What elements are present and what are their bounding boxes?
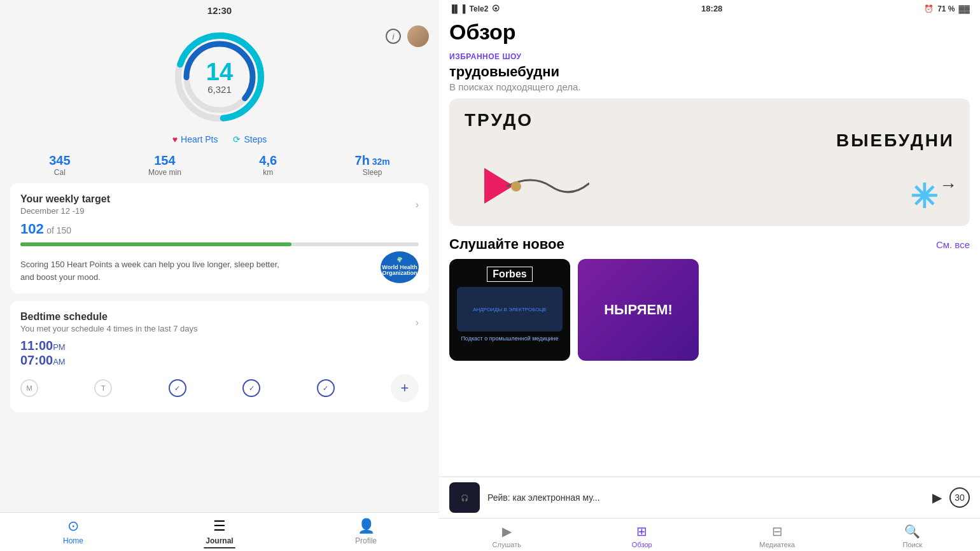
right-content: Обзор ИЗБРАННОЕ ШОУ трудовыебудни В поис…: [439, 17, 980, 477]
bedtime-card: Bedtime schedule You met your schedule 4…: [10, 301, 429, 412]
progress-bar-fill: [20, 242, 291, 246]
day-wednesday: ✓: [169, 379, 186, 397]
arrow-icon: →: [939, 175, 957, 195]
featured-section: ИЗБРАННОЕ ШОУ трудовыебудни В поисках по…: [449, 52, 970, 226]
target-current: 102: [20, 221, 44, 237]
nav-overview-label: Обзор: [632, 541, 652, 548]
heart-icon: ♥: [172, 134, 178, 144]
status-left: ▐▌▐ Tele2 ⦿: [449, 4, 500, 13]
left-panel: 12:30 i 14 6,321: [0, 0, 439, 551]
nav-journal-label: Journal: [206, 536, 233, 545]
bottom-nav-left: ⊙ Home ☰ Journal 👤 Profile: [0, 512, 439, 551]
player-title: Рейв: как электронная му...: [487, 492, 925, 503]
stat-sleep: 7h 32m Sleep: [355, 153, 390, 177]
profile-icon: 👤: [358, 518, 375, 534]
art-line1: ТРУДО: [465, 110, 533, 130]
svg-point-4: [511, 181, 521, 192]
library-icon: ⊟: [772, 524, 783, 539]
new-section: Слушайте новое См. все Forbes АНДРОИДЫ В…: [449, 236, 970, 361]
steps-icon: ⟳: [233, 134, 241, 144]
overview-icon: ⊞: [636, 524, 647, 539]
bedtime-chevron-icon[interactable]: ›: [416, 317, 419, 328]
alarm-icon: ⏰: [924, 4, 934, 13]
km-value: 4,6: [259, 153, 277, 168]
carrier-name: Tele2: [470, 4, 489, 13]
wakeup-hour: 07:00AM: [20, 353, 419, 368]
ring-container: 14 6,321: [169, 26, 270, 128]
nav-home-label: Home: [63, 536, 83, 545]
target-description: Scoring 150 Heart Points a week can help…: [20, 258, 279, 283]
nav-library-label: Медиатека: [759, 541, 795, 548]
scroll-content: 14 6,321 ♥ Heart Pts ⟳ Steps 345 Cal: [0, 21, 439, 512]
new-section-title: Слушайте новое: [449, 236, 564, 253]
nyryaem-text: НЫРЯЕМ!: [604, 302, 673, 318]
featured-image[interactable]: ТРУДО ВЫЕБУДНИ ✳ →: [449, 99, 970, 226]
podcast-card-nyryaem[interactable]: НЫРЯЕМ!: [578, 259, 699, 361]
page-title: Обзор: [449, 20, 970, 45]
weekly-target-title: Your weekly target: [20, 193, 110, 205]
ring-heart-pts: 14: [206, 60, 233, 84]
day-thursday: ✓: [242, 379, 260, 397]
day-circle-t1: T: [94, 379, 112, 397]
nav-listen-label: Слушать: [493, 541, 521, 548]
forbes-subtitle: Подкаст о промышленной медицине: [461, 335, 558, 343]
skip-button[interactable]: 30: [949, 487, 970, 508]
play-button[interactable]: ▶: [932, 490, 942, 505]
nav-home[interactable]: ⊙ Home: [0, 518, 146, 548]
nav-search[interactable]: 🔍 Поиск: [845, 524, 981, 548]
forbes-image-text: АНДРОИДЫ В ЭЛЕКТРОБОЦЕ: [470, 304, 549, 315]
player-thumb-label: 🎧: [461, 494, 468, 501]
featured-label: ИЗБРАННОЕ ШОУ: [449, 52, 970, 61]
sleep-value: 7h 32m: [355, 153, 390, 168]
wifi-icon: ⦿: [492, 4, 500, 13]
day-friday: ✓: [317, 379, 335, 397]
status-bar-right: ▐▌▐ Tele2 ⦿ 18:28 ⏰ 71 % ▓▓: [439, 0, 980, 17]
bedtime-card-header: Bedtime schedule You met your schedule 4…: [20, 311, 419, 333]
day-circle-w: ✓: [169, 379, 186, 397]
nav-journal[interactable]: ☰ Journal: [146, 518, 293, 548]
right-panel: ▐▌▐ Tele2 ⦿ 18:28 ⏰ 71 % ▓▓ Обзор ИЗБРАН…: [439, 0, 980, 551]
battery-pct: 71 %: [937, 4, 955, 13]
ring-labels: ♥ Heart Pts ⟳ Steps: [172, 134, 267, 144]
nav-library[interactable]: ⊟ Медиатека: [710, 524, 845, 548]
add-day-button[interactable]: +: [391, 374, 419, 402]
day-circle-f: ✓: [317, 379, 335, 397]
nav-profile[interactable]: 👤 Profile: [293, 518, 439, 548]
ring-steps: 6,321: [206, 84, 233, 95]
info-icon[interactable]: i: [386, 29, 401, 44]
status-right: ⏰ 71 % ▓▓: [924, 4, 970, 13]
show-subtitle: В поисках подходящего дела.: [449, 81, 970, 92]
steps-label: ⟳ Steps: [233, 134, 267, 144]
stat-cal: 345 Cal: [49, 153, 70, 177]
nav-overview[interactable]: ⊞ Обзор: [575, 524, 710, 548]
chevron-right-icon[interactable]: ›: [416, 199, 419, 211]
bedtime-hour: 11:00PM: [20, 338, 419, 353]
skip-icon: 30: [949, 487, 970, 508]
battery-icon: ▓▓: [958, 4, 970, 13]
cal-value: 345: [49, 153, 70, 168]
status-bar-left: 12:30: [0, 0, 439, 21]
progress-bar-bg: [20, 242, 419, 246]
move-label: Move min: [148, 168, 181, 177]
move-value: 154: [148, 153, 181, 168]
cal-label: Cal: [49, 168, 70, 177]
new-section-header: Слушайте новое См. все: [449, 236, 970, 253]
km-label: km: [259, 168, 277, 177]
sleep-label: Sleep: [355, 168, 390, 177]
signal-bars-icon: ▐▌▐: [449, 4, 466, 13]
target-number: 102 of 150: [20, 221, 419, 237]
bottom-nav-right: ▶ Слушать ⊞ Обзор ⊟ Медиатека 🔍 Поиск: [439, 518, 980, 551]
avatar[interactable]: [407, 25, 429, 47]
card-header: Your weekly target December 12 -19 ›: [20, 193, 419, 216]
home-icon: ⊙: [67, 518, 79, 534]
podcast-card-forbes[interactable]: Forbes АНДРОИДЫ В ЭЛЕКТРОБОЦЕ Подкаст о …: [449, 259, 570, 361]
art-line2: ВЫЕБУДНИ: [836, 130, 955, 151]
journal-icon: ☰: [213, 518, 226, 534]
see-all-button[interactable]: См. все: [936, 239, 970, 250]
featured-image-content: ТРУДО ВЫЕБУДНИ ✳ →: [449, 99, 970, 226]
ring-area: 14 6,321 ♥ Heart Pts ⟳ Steps: [10, 21, 429, 147]
forbes-logo: Forbes: [487, 267, 532, 282]
forbes-image: АНДРОИДЫ В ЭЛЕКТРОБОЦЕ: [457, 287, 563, 331]
ring-center: 14 6,321: [206, 60, 233, 95]
nav-listen[interactable]: ▶ Слушать: [439, 524, 575, 548]
